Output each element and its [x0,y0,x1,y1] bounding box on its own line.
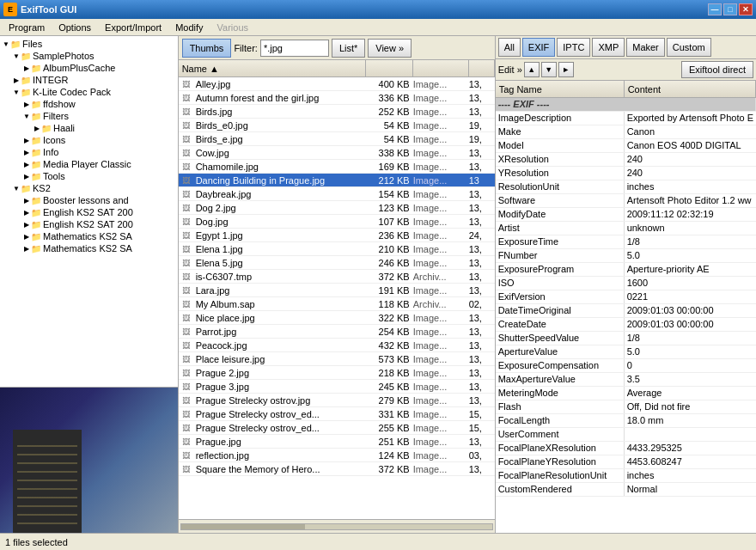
maximize-button[interactable]: □ [723,3,737,15]
tree-expand-icon[interactable]: ▶ [22,197,31,205]
exif-row[interactable]: FocalPlaneXResolution 4433.295325 [496,442,756,455]
tree-item[interactable]: ▶ 📁 Mathematics KS2 SA [2,242,176,254]
tree-item[interactable]: ▶ 📁 Tools [2,170,176,182]
tab-custom[interactable]: Custom [667,38,711,57]
view-button[interactable]: View » [368,39,412,58]
exif-row[interactable]: FocalPlaneResolutionUnit inches [496,469,756,483]
table-row[interactable]: 🖼 Nice place.jpg 322 KB Image... 13, [179,311,495,325]
menu-modify[interactable]: Modify [168,21,210,34]
exif-row[interactable]: Software Artensoft Photo Editor 1.2 ww [496,194,756,208]
filter-input[interactable] [260,40,329,57]
table-row[interactable]: 🖼 Birds.jpg 252 KB Image... 13, [179,105,495,119]
tree-expand-icon[interactable]: ▶ [22,221,31,229]
arrow-up-btn[interactable]: ▲ [524,62,540,77]
table-row[interactable]: 🖼 Birds_e.jpg 54 KB Image... 19, [179,132,495,146]
tree-item[interactable]: ▶ 📁 Info [2,146,176,158]
tree-item[interactable]: ▶ 📁 English KS2 SAT 200 [2,206,176,218]
tree-expand-icon[interactable]: ▶ [22,101,31,108]
exif-row[interactable]: ApertureValue 5.0 [496,345,756,359]
table-row[interactable]: 🖼 Prague Strelecky ostrov.jpg 279 KB Ima… [179,394,495,407]
arrow-down-btn[interactable]: ▼ [541,62,557,77]
tab-exif[interactable]: EXIF [522,38,555,57]
tree-expand-icon[interactable]: ▶ [22,233,31,241]
table-row[interactable]: 🖼 Dancing Building in Prague.jpg 212 KB … [179,174,495,187]
tree-item[interactable]: ▶ 📁 INTEGR [2,74,176,86]
table-row[interactable]: 🖼 Chamomile.jpg 169 KB Image... 13, [179,160,495,174]
table-row[interactable]: 🖼 Elena 1.jpg 210 KB Image... 13, [179,242,495,256]
exif-row[interactable]: FocalPlaneYResolution 4453.608247 [496,455,756,469]
col-header-num[interactable] [469,60,495,76]
tab-xmp[interactable]: XMP [592,38,625,57]
exif-row[interactable]: Make Canon [496,125,756,139]
table-row[interactable]: 🖼 Dog.jpg 107 KB Image... 13, [179,215,495,229]
tree-item[interactable]: ▶ 📁 Booster lessons and [2,194,176,206]
menu-export-import[interactable]: Export/Import [98,21,168,34]
close-button[interactable]: ✕ [739,3,753,15]
tree-item[interactable]: ▶ 📁 Icons [2,134,176,146]
minimize-button[interactable]: — [708,3,722,15]
table-row[interactable]: 🖼 Prague 3.jpg 245 KB Image... 13, [179,380,495,394]
tree-expand-icon[interactable]: ▶ [22,137,31,144]
tree-expand-icon[interactable]: ▶ [12,76,21,84]
tree-expand-icon[interactable]: ▶ [22,149,31,156]
tree-expand-icon[interactable]: ▶ [22,173,31,180]
file-list-scrollbar[interactable] [179,519,495,533]
tree-expand-icon[interactable]: ▼ [12,52,21,60]
tree-expand-icon[interactable]: ▶ [22,209,31,217]
exif-row[interactable]: UserComment [496,428,756,442]
tree-item[interactable]: ▼ 📁 Filters [2,110,176,122]
tree-item[interactable]: ▼ 📁 K-Lite Codec Pack [2,86,176,98]
tree-item[interactable]: ▼ 📁 KS2 [2,182,176,194]
tab-all[interactable]: All [498,38,521,57]
exif-row[interactable]: ModifyDate 2009:11:12 02:32:19 [496,208,756,222]
tree-expand-icon[interactable]: ▼ [22,113,31,120]
col-header-name[interactable]: Name ▲ [179,60,366,76]
table-row[interactable]: 🖼 is-C6307.tmp 372 KB Archiv... 13, [179,270,495,284]
table-row[interactable]: 🖼 Dog 2.jpg 123 KB Image... 13, [179,201,495,215]
menu-program[interactable]: Program [2,21,52,34]
table-row[interactable]: 🖼 Autumn forest and the girl.jpg 336 KB … [179,91,495,105]
thumbs-button[interactable]: Thumbs [182,39,232,58]
tab-maker[interactable]: Maker [626,38,665,57]
exif-row[interactable]: MaxApertureValue 3.5 [496,373,756,387]
exif-row[interactable]: FNumber 5.0 [496,249,756,263]
tree-expand-icon[interactable]: ▶ [22,161,31,168]
exif-row[interactable]: Flash Off, Did not fire [496,400,756,414]
exiftool-direct-button[interactable]: Exiftool direct [681,61,753,78]
tree-item[interactable]: ▶ 📁 AlbumPlusCache [2,62,176,74]
exif-row[interactable]: CreateDate 2009:01:03 00:00:00 [496,318,756,332]
exif-row[interactable]: DateTimeOriginal 2009:01:03 00:00:00 [496,304,756,318]
tree-item[interactable]: ▼ 📁 Files [2,38,176,50]
table-row[interactable]: 🖼 My Album.sap 118 KB Archiv... 02, [179,297,495,311]
tree-expand-icon[interactable]: ▶ [33,125,41,132]
table-row[interactable]: 🖼 Elena 5.jpg 246 KB Image... 13, [179,256,495,270]
table-row[interactable]: 🖼 Cow.jpg 338 KB Image... 13, [179,146,495,160]
table-row[interactable]: 🖼 Prague 2.jpg 218 KB Image... 13, [179,366,495,380]
table-row[interactable]: 🖼 Birds_e0.jpg 54 KB Image... 19, [179,119,495,132]
tree-item[interactable]: ▶ 📁 Haali [2,122,176,134]
arrow-right-btn[interactable]: ► [558,62,574,77]
table-row[interactable]: 🖼 Peacock.jpg 432 KB Image... 13, [179,339,495,352]
table-row[interactable]: 🖼 Prague Strelecky ostrov_ed... 331 KB I… [179,407,495,421]
tab-iptc[interactable]: IPTC [557,38,590,57]
table-row[interactable]: 🖼 Parrot.jpg 254 KB Image... 13, [179,325,495,339]
exif-row[interactable]: ShutterSpeedValue 1/8 [496,332,756,345]
tree-expand-icon[interactable]: ▼ [12,89,21,96]
col-header-type[interactable] [413,60,469,76]
exif-row[interactable]: ISO 1600 [496,277,756,290]
table-row[interactable]: 🖼 Egypt 1.jpg 236 KB Image... 24, [179,229,495,242]
exif-row[interactable]: XResolution 240 [496,153,756,167]
tree-expand-icon[interactable]: ▶ [22,64,31,72]
tree-expand-icon[interactable]: ▼ [12,185,21,192]
exif-row[interactable]: ExposureCompensation 0 [496,359,756,373]
exif-row[interactable]: ExposureProgram Aperture-priority AE [496,263,756,277]
tree-item[interactable]: ▶ 📁 English KS2 SAT 200 [2,218,176,230]
tree-item[interactable]: ▶ 📁 Media Player Classic [2,158,176,170]
tree-expand-icon[interactable]: ▶ [22,245,31,253]
file-list[interactable]: 🖼 Alley.jpg 400 KB Image... 13, 🖼 Autumn… [179,77,495,519]
exif-row[interactable]: CustomRendered Normal [496,483,756,497]
exif-row[interactable]: ResolutionUnit inches [496,180,756,194]
table-row[interactable]: 🖼 Square the Memory of Hero... 372 KB Im… [179,462,495,476]
list-button[interactable]: List* [332,39,365,58]
tree-expand-icon[interactable]: ▼ [2,40,10,48]
